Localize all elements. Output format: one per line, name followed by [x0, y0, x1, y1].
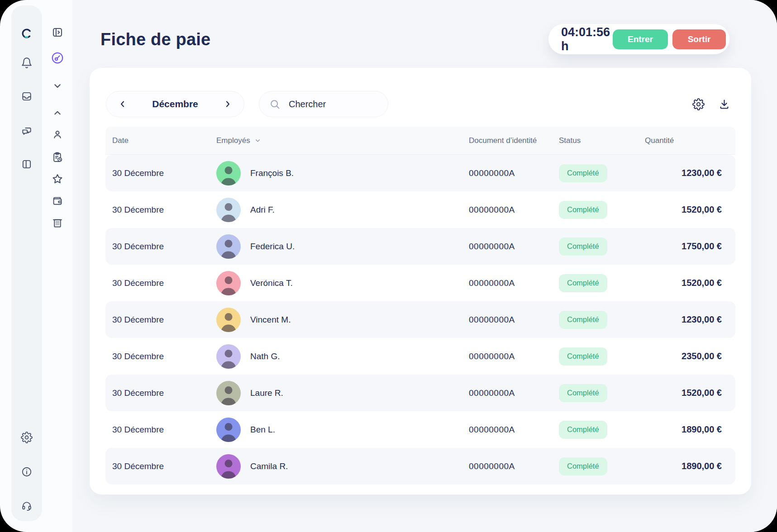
table-row[interactable]: 30 Décembre Camila R. 00000000A Complété… [105, 448, 735, 484]
table-header: Date Employés Document d’identité Status… [105, 127, 735, 155]
status-badge: Complété [559, 238, 607, 256]
search-icon [269, 99, 281, 110]
table-row[interactable]: 30 Décembre Nath G. 00000000A Complété 2… [105, 338, 735, 375]
month-label: Décembre [152, 99, 198, 109]
row-date: 30 Décembre [105, 315, 216, 325]
table-row[interactable]: 30 Décembre Federica U. 00000000A Complé… [105, 228, 735, 265]
table-body: 30 Décembre François B. 00000000A Complé… [105, 155, 735, 484]
gear-icon[interactable] [21, 432, 33, 443]
table-row[interactable]: 30 Décembre François B. 00000000A Complé… [105, 155, 735, 191]
status-badge: Complété [559, 201, 607, 219]
status-badge: Complété [559, 274, 607, 292]
gauge-icon[interactable] [51, 51, 64, 65]
row-date: 30 Décembre [105, 205, 216, 215]
column-header-quantity: Quantité [645, 136, 735, 145]
table-row[interactable]: 30 Décembre Adri F. 00000000A Complété 1… [105, 191, 735, 228]
status-badge: Complété [559, 457, 607, 475]
employee-name: Camila R. [250, 461, 469, 471]
next-month-button[interactable] [223, 100, 232, 109]
clock-in-button[interactable]: Entrer [613, 29, 668, 49]
settings-icon[interactable] [692, 98, 705, 110]
status-badge: Complété [559, 347, 607, 366]
info-icon[interactable] [21, 466, 33, 478]
document-id: 00000000A [469, 242, 559, 252]
status-badge: Complété [559, 311, 607, 329]
employee-name: Ben L. [250, 425, 469, 435]
clipboard-clock-icon[interactable] [52, 151, 64, 163]
bell-icon[interactable] [21, 57, 33, 69]
previous-month-button[interactable] [118, 100, 127, 109]
table-row[interactable]: 30 Décembre Verónica T. 00000000A Complé… [105, 265, 735, 301]
document-id: 00000000A [469, 461, 559, 471]
search-box [259, 91, 388, 117]
column-header-status: Status [559, 136, 645, 145]
main-area: Fiche de paie 04:01:56 h Entrer Sortir D… [72, 0, 777, 532]
document-id: 00000000A [469, 388, 559, 398]
amount: 2350,00 € [645, 351, 735, 361]
document-id: 00000000A [469, 315, 559, 325]
column-header-date: Date [105, 136, 216, 145]
avatar [216, 381, 241, 405]
clock-out-button[interactable]: Sortir [672, 29, 726, 49]
amount: 1230,00 € [645, 314, 735, 325]
table-row[interactable]: 30 Décembre Laure R. 00000000A Complété … [105, 375, 735, 411]
payroll-card: Décembre [90, 68, 751, 494]
row-date: 30 Décembre [105, 168, 216, 178]
status-badge: Complété [559, 421, 607, 439]
chevron-down-icon[interactable] [52, 80, 64, 92]
employee-name: Adri F. [250, 205, 469, 215]
table-row[interactable]: 30 Décembre Vincent M. 00000000A Complét… [105, 301, 735, 338]
status-badge: Complété [559, 384, 607, 402]
app-window: Fiche de paie 04:01:56 h Entrer Sortir D… [0, 0, 777, 532]
avatar [216, 344, 241, 369]
amount: 1750,00 € [645, 241, 735, 252]
chevron-up-icon[interactable] [52, 107, 64, 119]
employee-name: Vincent M. [250, 315, 469, 325]
column-header-employees: Employés [216, 136, 469, 145]
avatar [216, 234, 241, 259]
document-id: 00000000A [469, 278, 559, 288]
amount: 1520,00 € [645, 278, 735, 288]
headset-icon[interactable] [21, 500, 33, 512]
employee-name: Federica U. [250, 242, 469, 252]
column-header-document: Document d’identité [469, 136, 559, 145]
avatar [216, 271, 241, 295]
month-selector: Décembre [106, 91, 244, 117]
avatar [216, 308, 241, 332]
employee-name: François B. [250, 168, 469, 178]
table-row[interactable]: 30 Décembre Ben L. 00000000A Complété 18… [105, 411, 735, 448]
row-date: 30 Décembre [105, 425, 216, 435]
timer-value: 04:01:56 h [561, 25, 613, 53]
row-date: 30 Décembre [105, 242, 216, 252]
document-id: 00000000A [469, 425, 559, 435]
amount: 1890,00 € [645, 461, 735, 471]
document-id: 00000000A [469, 168, 559, 178]
avatar [216, 454, 241, 479]
wallet-icon[interactable] [52, 195, 64, 207]
star-icon[interactable] [52, 173, 64, 185]
app-logo [21, 28, 33, 39]
download-icon[interactable] [718, 98, 730, 110]
row-date: 30 Décembre [105, 388, 216, 398]
document-id: 00000000A [469, 352, 559, 361]
row-date: 30 Décembre [105, 278, 216, 288]
person-icon[interactable] [52, 128, 64, 141]
amount: 1230,00 € [645, 168, 735, 178]
panels-icon[interactable] [21, 158, 33, 170]
employee-name: Verónica T. [250, 278, 469, 288]
inbox-icon[interactable] [21, 90, 33, 102]
page-title: Fiche de paie [100, 30, 210, 49]
search-input[interactable] [288, 99, 362, 110]
time-tracker-widget: 04:01:56 h Entrer Sortir [548, 24, 729, 54]
avatar [216, 198, 241, 222]
status-badge: Complété [559, 164, 607, 182]
row-date: 30 Décembre [105, 461, 216, 471]
row-date: 30 Décembre [105, 352, 216, 361]
amount: 1520,00 € [645, 204, 735, 215]
employee-name: Nath G. [250, 352, 469, 361]
chat-icon[interactable] [21, 125, 33, 137]
building-icon[interactable] [52, 217, 64, 229]
document-id: 00000000A [469, 205, 559, 215]
sort-chevron-icon[interactable] [254, 137, 261, 144]
expand-sidebar-icon[interactable] [52, 26, 64, 38]
